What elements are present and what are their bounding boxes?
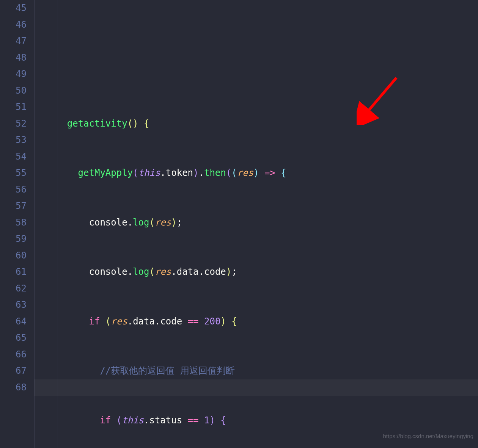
line-number: 51 (0, 99, 27, 116)
code-editor: 45 46 47 48 49 50 51 52 53 54 55 56 57 5… (0, 0, 478, 448)
line-number: 58 (0, 215, 27, 231)
code-content[interactable]: getactivity() { getMyApply(this.token).t… (34, 0, 478, 448)
line-number: 60 (0, 247, 27, 264)
line-number: 68 (0, 379, 27, 396)
line-number: 52 (0, 116, 27, 132)
line-number: 47 (0, 33, 27, 50)
line-number: 46 (0, 17, 27, 33)
current-line-highlight (34, 379, 478, 396)
line-number: 56 (0, 182, 27, 198)
line-number: 61 (0, 264, 27, 280)
watermark-text: https://blog.csdn.net/Maxueyingying (383, 428, 473, 445)
line-number: 54 (0, 149, 27, 165)
line-number: 65 (0, 330, 27, 346)
line-number-gutter: 45 46 47 48 49 50 51 52 53 54 55 56 57 5… (0, 0, 34, 448)
line-number: 49 (0, 66, 27, 83)
line-number: 53 (0, 132, 27, 149)
line-number: 62 (0, 280, 27, 297)
line-number: 45 (0, 0, 27, 17)
line-number: 67 (0, 363, 27, 379)
line-number: 64 (0, 313, 27, 330)
line-number: 55 (0, 165, 27, 182)
svg-line-1 (364, 78, 396, 116)
line-number: 66 (0, 346, 27, 363)
line-number: 59 (0, 231, 27, 247)
line-number: 48 (0, 50, 27, 66)
line-number: 50 (0, 83, 27, 99)
line-number: 63 (0, 297, 27, 313)
line-number: 57 (0, 198, 27, 215)
